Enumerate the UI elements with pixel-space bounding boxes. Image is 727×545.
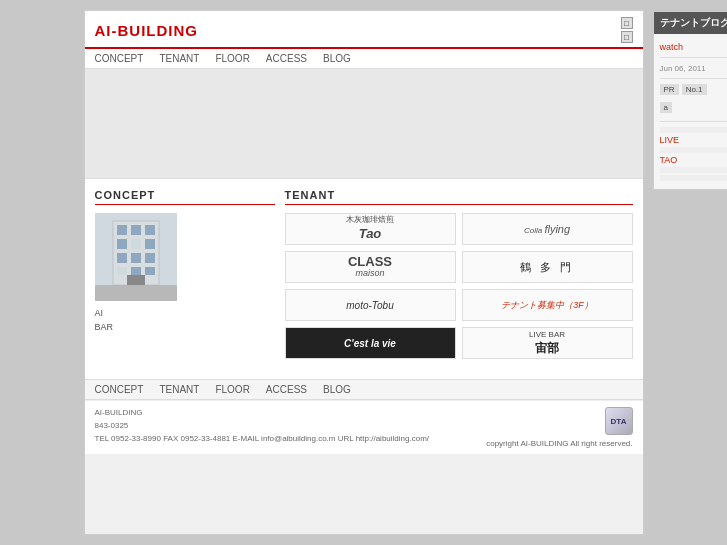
svg-rect-13 xyxy=(131,267,141,275)
tenant-title: TENANT xyxy=(285,189,633,205)
footer-address-detail: 843-0325 xyxy=(95,421,129,430)
sidebar-content: watch Jun 06, 2011 PR No.1 a LIVE TAO xyxy=(654,34,728,189)
footer-copyright: copyright AI-BUILDING All right reserved… xyxy=(486,439,632,448)
sidebar-divider-3 xyxy=(660,121,728,122)
tenant-tamon[interactable]: 鶴 多 門 xyxy=(462,251,633,283)
sidebar-link-live[interactable]: LIVE xyxy=(660,135,728,145)
sidebar-entry-1 xyxy=(660,127,728,133)
sidebar-entry-2 xyxy=(660,147,728,153)
tenant-motobu[interactable]: moto-Tobu xyxy=(285,289,456,321)
sidebar: テナントブログ新着情報 watch Jun 06, 2011 PR No.1 a… xyxy=(653,11,728,190)
svg-rect-4 xyxy=(131,225,141,235)
nav-concept[interactable]: CONCEPT xyxy=(95,53,144,64)
footer-nav-access[interactable]: ACCESS xyxy=(266,384,307,395)
page-wrapper: AI-BUILDING □ □ CONCEPT TENANT FLOOR ACC… xyxy=(0,0,727,545)
nav-blog[interactable]: BLOG xyxy=(323,53,351,64)
tenant-tao[interactable]: 木灰珈琲焙煎Tao xyxy=(285,213,456,245)
hero-banner xyxy=(85,69,643,179)
concept-section: CONCEPT xyxy=(95,189,275,369)
concept-bar-label: BAR xyxy=(95,322,275,332)
header-icon-1[interactable]: □ xyxy=(621,17,633,29)
tenant-colla[interactable]: Colla flying xyxy=(462,213,633,245)
svg-rect-7 xyxy=(131,239,141,249)
tenant-class[interactable]: CLASSmaison xyxy=(285,251,456,283)
sidebar-entry-3 xyxy=(660,167,728,173)
footer-nav: CONCEPT TENANT FLOOR ACCESS BLOG xyxy=(85,379,643,400)
sidebar-entry-4 xyxy=(660,175,728,181)
svg-rect-15 xyxy=(127,275,145,285)
sidebar-tags: PR No.1 xyxy=(660,84,728,98)
sidebar-watch[interactable]: watch xyxy=(660,42,728,52)
svg-rect-14 xyxy=(145,267,155,275)
footer-nav-concept[interactable]: CONCEPT xyxy=(95,384,144,395)
sidebar-divider-2 xyxy=(660,78,728,79)
concept-title: CONCEPT xyxy=(95,189,275,205)
concept-ai-label: AI xyxy=(95,308,275,318)
sidebar-tag-pr: PR xyxy=(660,84,679,95)
tenant-cest[interactable]: C'est la vie xyxy=(285,327,456,359)
nav-access[interactable]: ACCESS xyxy=(266,53,307,64)
footer-company: AI-BUILDING xyxy=(95,408,143,417)
tenant-section: TENANT 木灰珈琲焙煎Tao Colla flying CLASSmaiso… xyxy=(285,189,633,369)
main-container: AI-BUILDING □ □ CONCEPT TENANT FLOOR ACC… xyxy=(84,10,644,535)
building-image xyxy=(95,213,177,301)
footer-nav-tenant[interactable]: TENANT xyxy=(159,384,199,395)
svg-rect-12 xyxy=(117,267,127,275)
footer-nav-blog[interactable]: BLOG xyxy=(323,384,351,395)
nav-floor[interactable]: FLOOR xyxy=(215,53,249,64)
tenant-grid: 木灰珈琲焙煎Tao Colla flying CLASSmaison 鶴 多 門 xyxy=(285,213,633,359)
sidebar-divider-1 xyxy=(660,57,728,58)
svg-rect-3 xyxy=(117,225,127,235)
class-logo-text: CLASSmaison xyxy=(348,255,392,279)
nav-tenant[interactable]: TENANT xyxy=(159,53,199,64)
footer-info: AI-BUILDING 843-0325 TEL 0952-33-8990 FA… xyxy=(85,400,643,454)
svg-rect-10 xyxy=(131,253,141,263)
sidebar-tag-no1: No.1 xyxy=(682,84,707,95)
sidebar-title: テナントブログ新着情報 xyxy=(654,12,728,34)
header-icons: □ □ xyxy=(621,17,633,43)
svg-rect-11 xyxy=(145,253,155,263)
content-area: CONCEPT xyxy=(85,179,643,379)
sidebar-link-tao[interactable]: TAO xyxy=(660,155,728,165)
header-icon-2[interactable]: □ xyxy=(621,31,633,43)
nav-bar: CONCEPT TENANT FLOOR ACCESS BLOG xyxy=(85,49,643,69)
svg-rect-5 xyxy=(145,225,155,235)
svg-rect-1 xyxy=(95,285,177,301)
dta-badge: DTA xyxy=(605,407,633,435)
sidebar-tag-a: a xyxy=(660,102,672,113)
logo: AI-BUILDING xyxy=(95,22,199,39)
svg-rect-8 xyxy=(145,239,155,249)
svg-rect-6 xyxy=(117,239,127,249)
svg-rect-9 xyxy=(117,253,127,263)
tenant-recruit[interactable]: テナント募集中（3F） xyxy=(462,289,633,321)
header: AI-BUILDING □ □ xyxy=(85,11,643,49)
sidebar-date: Jun 06, 2011 xyxy=(660,64,706,73)
tenant-livebar[interactable]: LIVE BAR宙部 xyxy=(462,327,633,359)
footer-tel: TEL 0952-33-8990 FAX 0952-33-4881 E-MAIL… xyxy=(95,434,430,443)
footer-address: AI-BUILDING 843-0325 TEL 0952-33-8990 FA… xyxy=(95,407,430,445)
footer-nav-floor[interactable]: FLOOR xyxy=(215,384,249,395)
